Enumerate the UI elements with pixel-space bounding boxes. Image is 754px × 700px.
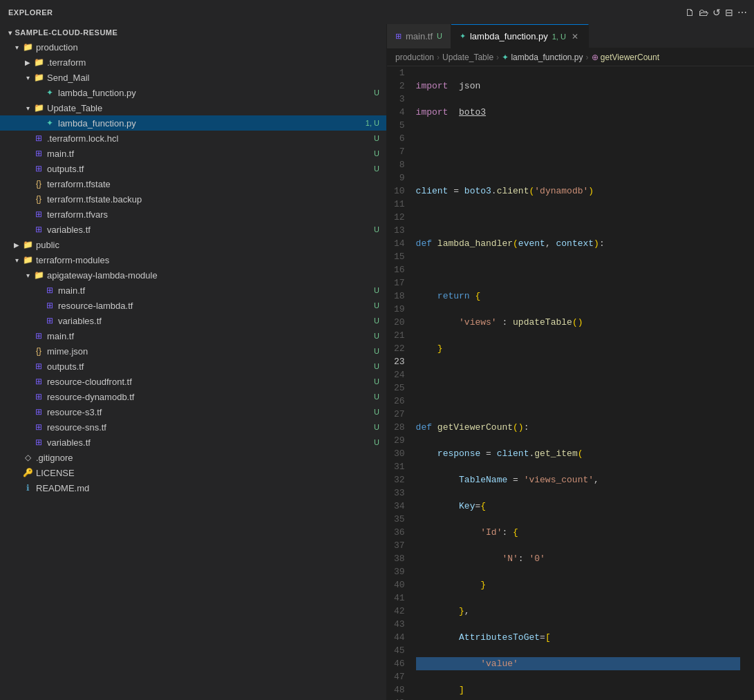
sidebar-item-production[interactable]: ▾ 📁 production (0, 39, 386, 55)
sidebar-item-outputs-tf-modules[interactable]: ⊞ outputs.tf U (0, 359, 386, 374)
badge-resource-dynamodb-tf: U (374, 392, 386, 401)
sidebar-item-apigateway-module[interactable]: ▾ 📁 apigateway-lambda-module (0, 267, 386, 283)
code-line-3 (416, 132, 740, 145)
sidebar-item-resource-sns-tf[interactable]: ⊞ resource-sns.tf U (0, 419, 386, 435)
sidebar-item-mime-json[interactable]: {} mime.json U (0, 343, 386, 359)
ln-23: 23 (394, 355, 405, 368)
md-icon-readme: ℹ (22, 483, 33, 493)
ln-36: 36 (394, 526, 405, 539)
ln-22: 22 (394, 342, 405, 355)
sidebar-item-variables-tf-root[interactable]: ⊞ variables.tf U (0, 222, 386, 237)
label-terraform-modules: terraform-modules (36, 255, 379, 265)
sidebar-item-license[interactable]: 🔑 LICENSE (0, 465, 386, 480)
badge-lambda-updatetable: 1, U (366, 119, 386, 127)
project-title: ▾ SAMPLE-CLOUD-RESUME (0, 24, 386, 39)
json-icon-tfstate-backup: {} (33, 194, 44, 204)
code-container[interactable]: 1 2 3 4 5 6 7 8 9 10 11 12 13 14 15 16 1… (387, 66, 754, 700)
breadcrumb-part-function[interactable]: ⊕ getViewerCount (592, 53, 660, 62)
badge-variables-tf-modules: U (374, 438, 386, 446)
tf-icon-outputs-root: ⊞ (33, 164, 44, 173)
sidebar-item-readme[interactable]: ℹ README.md (0, 480, 386, 495)
project-chevron[interactable]: ▾ (8, 29, 12, 37)
sidebar-item-sendmail[interactable]: ▾ 📁 Send_Mail (0, 70, 386, 85)
tab-icon-main-tf: ⊞ (395, 32, 402, 41)
code-line-10: 'views' : updateTable() (416, 316, 740, 329)
code-line-16: TableName = 'views_count', (416, 473, 740, 486)
sidebar-item-terraform-lock[interactable]: ⊞ .terraform.lock.hcl U (0, 131, 386, 146)
tab-close-lambda[interactable]: ✕ (570, 30, 580, 43)
code-line-8 (416, 263, 740, 276)
sidebar-item-tfvars[interactable]: ⊞ terraform.tfvars (0, 207, 386, 222)
code-line-14: def getViewerCount(): (416, 421, 740, 434)
code-line-22: AttributesToGet=[ (416, 631, 740, 644)
sidebar-item-lambda-sendmail[interactable]: ✦ lambda_function.py U (0, 85, 386, 100)
code-line-2: import boto3 (416, 106, 740, 119)
arrow-sendmail: ▾ (22, 74, 33, 82)
badge-resource-lambda-tf: U (374, 301, 386, 310)
tab-main-tf[interactable]: ⊞ main.tf U (387, 24, 451, 48)
breadcrumb-part-updatetable[interactable]: Update_Table (442, 53, 493, 62)
sidebar-item-resource-lambda-tf[interactable]: ⊞ resource-lambda.tf U (0, 298, 386, 313)
badge-terraform-lock: U (374, 134, 386, 142)
folder-icon-public: 📁 (22, 240, 33, 249)
sidebar-item-resource-s3-tf[interactable]: ⊞ resource-s3.tf U (0, 404, 386, 419)
sidebar-item-tfstate[interactable]: {} terraform.tfstate (0, 176, 386, 191)
sidebar-item-public[interactable]: ▶ 📁 public (0, 237, 386, 252)
breadcrumb-part-file[interactable]: ✦ lambda_function.py (502, 53, 583, 62)
label-production: production (36, 42, 379, 53)
label-tfstate-backup: terraform.tfstate.backup (47, 194, 386, 205)
main-layout: ▾ SAMPLE-CLOUD-RESUME ▾ 📁 production ▶ 📁… (0, 24, 754, 700)
sidebar-item-terraform[interactable]: ▶ 📁 .terraform (0, 55, 386, 70)
code-line-1: import json (416, 79, 740, 93)
refresh-icon[interactable]: ↺ (713, 7, 721, 18)
label-apigateway-module: apigateway-lambda-module (47, 270, 379, 281)
sidebar-item-main-tf-api[interactable]: ⊞ main.tf U (0, 283, 386, 298)
json-icon-tfstate: {} (33, 179, 44, 189)
json-icon-mime: {} (33, 346, 44, 356)
explorer-title: EXPLORER (0, 8, 62, 17)
label-resource-dynamodb-tf: resource-dynamodb.tf (47, 392, 374, 402)
ln-28: 28 (394, 421, 405, 434)
sidebar-item-variables-tf-modules[interactable]: ⊞ variables.tf U (0, 435, 386, 450)
sidebar-item-main-tf-root[interactable]: ⊞ main.tf U (0, 146, 386, 161)
label-terraform: .terraform (47, 57, 386, 68)
label-mime-json: mime.json (47, 346, 374, 357)
label-readme: README.md (36, 483, 386, 493)
breadcrumb-part-production[interactable]: production (395, 53, 434, 62)
sidebar-item-main-tf-modules[interactable]: ⊞ main.tf U (0, 328, 386, 343)
sidebar-item-updatetable[interactable]: ▾ 📁 Update_Table (0, 100, 386, 115)
code-line-5: client = boto3.client('dynamodb') (416, 185, 740, 198)
sidebar-item-lambda-updatetable[interactable]: ✦ lambda_function.py 1, U (0, 115, 386, 131)
sidebar-item-variables-tf-api[interactable]: ⊞ variables.tf U (0, 313, 386, 328)
sidebar-item-outputs-tf-root[interactable]: ⊞ outputs.tf U (0, 161, 386, 176)
tab-lambda-function[interactable]: ✦ lambda_function.py 1, U ✕ (451, 24, 589, 48)
more-icon[interactable]: ⋯ (737, 7, 747, 18)
new-folder-icon[interactable]: 🗁 (699, 7, 708, 18)
label-resource-cloudfront-tf: resource-cloudfront.tf (47, 377, 374, 387)
sidebar-item-resource-cloudfront-tf[interactable]: ⊞ resource-cloudfront.tf U (0, 374, 386, 389)
ln-25: 25 (394, 381, 405, 395)
collapse-icon[interactable]: ⊟ (725, 7, 733, 18)
ln-2: 2 (394, 79, 405, 93)
code-line-15: response = client.get_item( (416, 447, 740, 460)
ln-18: 18 (394, 290, 405, 303)
code-line-6 (416, 211, 740, 224)
badge-variables-tf-root: U (374, 225, 386, 234)
sidebar-item-resource-dynamodb-tf[interactable]: ⊞ resource-dynamodb.tf U (0, 389, 386, 404)
code-editor[interactable]: import json import boto3 client = boto3.… (416, 66, 754, 700)
new-file-icon[interactable]: 🗋 (685, 7, 695, 18)
ln-42: 42 (394, 605, 405, 618)
label-variables-tf-modules: variables.tf (47, 437, 374, 448)
tf-icon-resource-lambda: ⊞ (44, 301, 55, 310)
sidebar: ▾ SAMPLE-CLOUD-RESUME ▾ 📁 production ▶ 📁… (0, 24, 387, 700)
sidebar-item-terraform-modules[interactable]: ▾ 📁 terraform-modules (0, 252, 386, 267)
sidebar-item-tfstate-backup[interactable]: {} terraform.tfstate.backup (0, 191, 386, 207)
label-lambda-sendmail: lambda_function.py (58, 88, 374, 98)
ln-16: 16 (394, 263, 405, 276)
badge-resource-cloudfront-tf: U (374, 377, 386, 386)
tab-badge-lambda: 1, U (552, 32, 566, 41)
arrow-production: ▾ (11, 44, 22, 51)
folder-icon-terraform: 📁 (33, 57, 44, 67)
code-line-19: 'N': '0' (416, 552, 740, 565)
sidebar-item-gitignore[interactable]: ◇ .gitignore (0, 450, 386, 465)
